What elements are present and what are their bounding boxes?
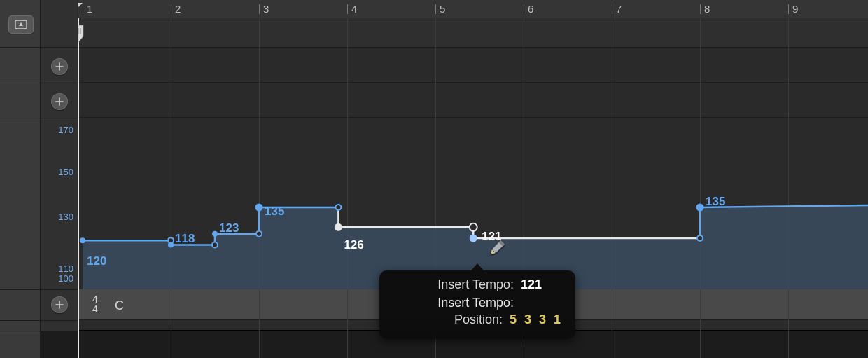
tempo-value-label: 123	[219, 221, 239, 235]
bar-tick	[347, 4, 348, 14]
bar-tick	[83, 4, 83, 14]
tempo-value-label: 126	[344, 238, 363, 252]
corner-toolbar	[0, 0, 40, 48]
pencil-cursor-icon	[486, 238, 507, 259]
plus-icon	[55, 301, 64, 309]
bar-number: 2	[175, 3, 181, 15]
tooltip-tempo-value: 121	[521, 277, 563, 292]
tempo-value-label: 135	[265, 205, 284, 219]
left-gutter-b: 170 150 130 110 100	[41, 0, 78, 358]
tempo-axis-tick: 130	[58, 212, 74, 222]
catch-playhead-button[interactable]	[8, 15, 34, 34]
timeline-area[interactable]: 123456789 120118123135135126121 4 4 C	[78, 0, 868, 358]
tooltip-label: Position:	[392, 312, 510, 327]
add-signature-button[interactable]	[51, 296, 68, 313]
bar-tick	[524, 4, 524, 14]
bar-number: 5	[440, 3, 445, 15]
tempo-point[interactable]	[697, 235, 703, 241]
bar-number: 7	[616, 3, 622, 15]
tempo-point[interactable]	[212, 242, 218, 247]
tempo-point[interactable]	[335, 205, 341, 210]
tempo-point[interactable]	[255, 204, 263, 212]
bar-ruler[interactable]	[78, 0, 868, 18]
bar-tick	[788, 4, 789, 14]
plus-icon	[55, 62, 64, 71]
marker-lane[interactable]	[78, 83, 868, 118]
bar-number: 4	[351, 3, 357, 15]
cycle-start-marker-icon[interactable]	[78, 3, 83, 10]
tooltip-position-value: 5 3 3 1	[510, 312, 563, 327]
time-signature[interactable]: 4 4	[92, 294, 98, 314]
arrangement-lane[interactable]	[78, 48, 868, 83]
tooltip-label: Insert Tempo:	[392, 277, 521, 292]
bar-tick	[612, 4, 612, 14]
bar-number: 6	[528, 3, 533, 15]
plus-icon	[55, 97, 64, 106]
add-arrangement-marker-button[interactable]	[51, 58, 68, 75]
tempo-point[interactable]	[168, 242, 174, 247]
key-signature[interactable]: C	[115, 298, 124, 313]
tempo-axis-tick: 170	[58, 125, 74, 135]
playhead-line[interactable]	[78, 18, 79, 358]
tempo-value-label: 135	[706, 195, 725, 209]
bar-number: 1	[87, 3, 92, 15]
tempo-point[interactable]	[80, 237, 85, 243]
bar-number: 9	[792, 3, 798, 15]
tempo-point[interactable]	[335, 223, 342, 231]
tempo-axis-tick: 110	[58, 263, 74, 274]
playhead-handle[interactable]	[78, 24, 85, 41]
tooltip-label: Insert Tempo:	[392, 296, 521, 310]
tempo-point[interactable]	[470, 223, 477, 231]
tempo-value-label: 118	[175, 232, 195, 246]
locator-ruler[interactable]	[78, 18, 868, 48]
tempo-axis-tick: 100	[58, 273, 74, 284]
playhead-icon	[78, 24, 85, 43]
tempo-point[interactable]	[696, 204, 704, 212]
left-gutter-a	[0, 0, 41, 358]
bar-tick	[435, 4, 436, 14]
add-marker-button[interactable]	[51, 93, 68, 110]
catch-playhead-icon	[15, 20, 27, 29]
bar-number: 3	[263, 3, 269, 15]
insert-tempo-tooltip: Insert Tempo: 121 Insert Tempo: Position…	[379, 270, 575, 339]
bar-tick	[259, 4, 260, 14]
tempo-point[interactable]	[256, 231, 262, 237]
svg-marker-1	[19, 22, 23, 26]
bar-number: 8	[704, 3, 710, 15]
bar-tick	[171, 4, 172, 14]
bar-tick	[700, 4, 701, 14]
tempo-axis-tick: 150	[58, 167, 74, 177]
tempo-point[interactable]	[470, 235, 477, 242]
tempo-value-label: 120	[87, 254, 106, 268]
daw-global-tracks: 170 150 130 110 100 123456789 1201181231…	[0, 0, 868, 358]
tempo-point[interactable]	[212, 231, 218, 237]
